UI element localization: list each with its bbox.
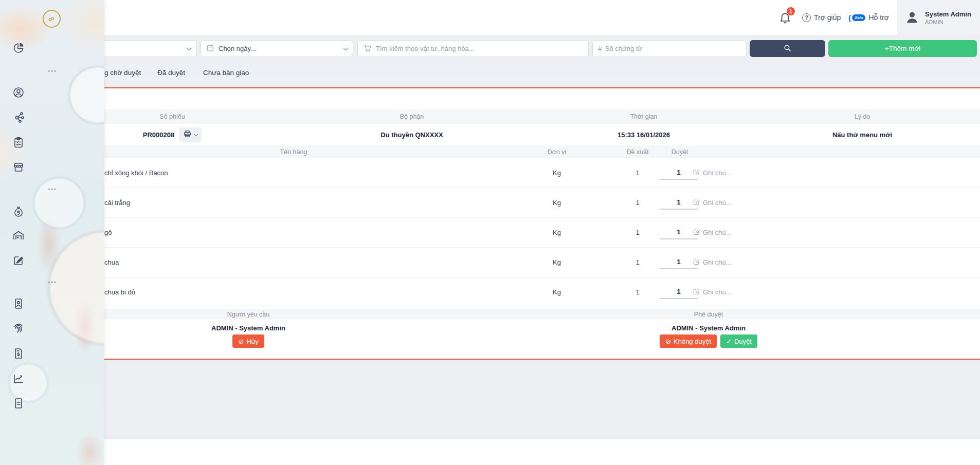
cancel-button[interactable]: ⊘ Hủy <box>232 334 264 348</box>
chevron-down-icon <box>194 132 198 136</box>
user-name: System Admin <box>925 10 971 18</box>
check-icon: ✓ <box>726 338 732 345</box>
reject-button[interactable]: ⊘ Không duyệt <box>660 334 717 348</box>
date-select[interactable]: Chọn ngày... <box>201 40 353 57</box>
document-icon[interactable] <box>12 397 25 410</box>
note-button[interactable]: Ghi chú... <box>693 158 732 188</box>
line-chart-icon[interactable] <box>12 373 25 385</box>
note-placeholder: Ghi chú... <box>703 288 732 296</box>
footer-bar: i <box>0 439 980 465</box>
item-unit: Kg <box>531 158 583 188</box>
note-placeholder: Ghi chú... <box>703 229 732 236</box>
printer-icon <box>183 129 192 140</box>
item-unit: Kg <box>531 277 583 307</box>
search-button[interactable] <box>750 40 825 57</box>
approve-qty-input[interactable] <box>660 195 698 210</box>
menu-ellipsis[interactable]: ••• <box>45 68 60 74</box>
edit-note-icon <box>693 228 700 237</box>
item-unit: Kg <box>531 218 583 247</box>
help-label: Trợ giúp <box>814 13 841 22</box>
menu-ellipsis[interactable]: ••• <box>45 279 60 285</box>
notifications-button[interactable]: 1 <box>778 10 795 27</box>
approve-button[interactable]: ✓ Duyệt <box>720 334 757 348</box>
user-menu[interactable]: System Admin ADMIN <box>897 0 980 35</box>
edit-note-icon <box>693 258 700 267</box>
item-name: chỉ xông khói / Bacon <box>104 158 168 188</box>
item-unit: Kg <box>531 248 583 277</box>
table-row: cải trắng Kg 1 Ghi chú... <box>0 188 980 218</box>
money-bag-icon[interactable] <box>12 206 25 218</box>
sidebar: ∞ ••• ••• ••• <box>0 0 104 465</box>
calendar-icon <box>206 44 214 53</box>
id-card-icon[interactable] <box>12 297 25 310</box>
chevron-down-icon <box>343 45 349 50</box>
invoice-icon[interactable] <box>12 347 25 360</box>
network-share-icon[interactable] <box>12 111 25 123</box>
note-button[interactable]: Ghi chú... <box>693 277 732 307</box>
col-header-bo-phan: Bộ phận <box>283 109 541 124</box>
note-placeholder: Ghi chú... <box>703 169 732 177</box>
requester-name: ADMIN - System Admin <box>104 323 392 332</box>
item-name: chua bi đỏ <box>104 277 135 307</box>
question-circle-icon: ? <box>802 13 811 22</box>
menu-ellipsis[interactable]: ••• <box>45 186 60 192</box>
cart-icon <box>363 44 372 54</box>
ban-icon: ⊘ <box>665 338 671 345</box>
pie-chart-icon[interactable] <box>12 42 25 54</box>
search-field <box>357 40 589 57</box>
table-row: chua Kg 1 Ghi chú... <box>0 248 980 277</box>
col-header-thoi-gian: Thời gian <box>541 109 747 124</box>
user-circle-icon[interactable] <box>12 86 25 99</box>
zalo-logo-badge: Zalo <box>852 14 865 21</box>
app-logo-icon[interactable]: ∞ <box>43 10 61 28</box>
col-header-nguoi-yeu-cau: Người yêu cầu <box>104 309 392 320</box>
zalo-support-link[interactable]: ( Zalo Hỗ trợ <box>848 0 889 35</box>
note-placeholder: Ghi chú... <box>703 199 732 207</box>
order-code: PR000208 <box>143 131 174 139</box>
col-header-ten-hang: Tên hàng <box>104 145 483 158</box>
order-row: PR000208 Du thuyền QNXXXX 15:33 16/01/20… <box>0 124 980 145</box>
edit-note-icon <box>693 288 700 297</box>
print-button[interactable] <box>179 127 202 142</box>
tab-pending-approval[interactable]: g chờ duyệt <box>104 65 141 81</box>
tab-approved[interactable]: Đã duyệt <box>157 65 185 81</box>
filter-bar: Chọn ngày... # +Thêm mới <box>0 35 980 61</box>
item-name: chua <box>104 248 119 277</box>
zalo-icon: ( <box>848 13 851 22</box>
col-header-ly-do: Lý do <box>747 109 978 124</box>
help-link[interactable]: ? Trợ giúp <box>802 0 841 35</box>
approve-qty-input[interactable] <box>660 255 698 269</box>
search-icon <box>783 44 792 54</box>
col-header-duyet: Duyệt <box>654 145 705 158</box>
store-icon[interactable] <box>12 161 25 173</box>
approval-header-row: Người yêu cầu Phê duyệt <box>0 309 980 320</box>
search-input[interactable] <box>376 41 583 57</box>
hash-icon: # <box>598 45 602 53</box>
edit-note-icon <box>693 198 700 208</box>
doc-number-input[interactable] <box>605 41 741 57</box>
items-header-row: Tên hàng Đơn vị Đề xuất Duyệt <box>0 145 980 158</box>
item-unit: Kg <box>531 188 583 217</box>
order-reason: Nấu thử menu mới <box>747 124 978 145</box>
tab-not-handed-over[interactable]: Chưa bàn giao <box>203 65 249 81</box>
approve-qty-input[interactable] <box>660 165 698 180</box>
approve-qty-input[interactable] <box>660 225 698 239</box>
request-detail-panel: Số phiếu Bộ phận Thời gian Lý do PR00020… <box>0 88 980 359</box>
date-select-value: Chọn ngày... <box>219 45 340 52</box>
edit-signature-icon[interactable] <box>12 254 25 267</box>
fingerprint-icon[interactable] <box>12 322 25 334</box>
edit-note-icon <box>693 169 700 178</box>
add-new-button[interactable]: +Thêm mới <box>828 40 977 57</box>
warehouse-icon[interactable] <box>12 229 25 241</box>
note-button[interactable]: Ghi chú... <box>693 218 732 247</box>
note-button[interactable]: Ghi chú... <box>693 248 732 277</box>
note-button[interactable]: Ghi chú... <box>693 188 732 217</box>
table-row: gô Kg 1 Ghi chú... <box>0 218 980 248</box>
item-name: gô <box>104 218 112 247</box>
order-department: Du thuyền QNXXXX <box>283 124 541 145</box>
clipboard-icon[interactable] <box>12 136 25 148</box>
col-header-don-vi: Đơn vị <box>531 145 583 158</box>
approve-qty-input[interactable] <box>660 285 698 299</box>
approve-label: Duyệt <box>734 338 752 345</box>
item-name: cải trắng <box>104 188 130 217</box>
